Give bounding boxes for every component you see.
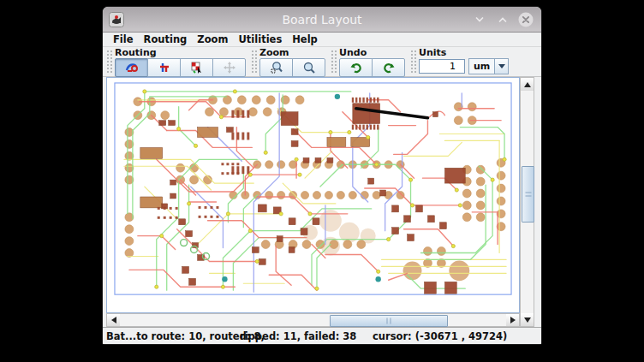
autoroute-button[interactable] bbox=[115, 58, 148, 77]
toolbar-grip[interactable] bbox=[331, 50, 337, 74]
scroll-up-button[interactable] bbox=[521, 78, 534, 91]
app-window: Board Layout bbox=[103, 7, 541, 344]
combo-arrow-button[interactable] bbox=[494, 59, 508, 74]
move-icon bbox=[223, 61, 236, 74]
thumb-ridge bbox=[525, 193, 531, 197]
routing-group-label: Routing bbox=[115, 48, 246, 58]
board-viewport[interactable] bbox=[106, 77, 520, 313]
triangle-right-icon bbox=[510, 317, 516, 323]
close-button[interactable] bbox=[517, 11, 534, 28]
horizontal-scroll-thumb[interactable] bbox=[330, 315, 448, 327]
minimize-button[interactable] bbox=[471, 11, 488, 28]
scroll-right-button[interactable] bbox=[506, 314, 519, 326]
triangle-up-icon bbox=[524, 82, 531, 87]
vertical-scrollbar[interactable] bbox=[520, 77, 534, 327]
units-value-input[interactable] bbox=[419, 59, 465, 74]
units-combobox[interactable]: um bbox=[468, 58, 509, 74]
triangle-down-icon bbox=[524, 317, 531, 323]
status-ripped-text: ripped: 11, failed: 38 bbox=[240, 330, 373, 342]
scroll-left-button[interactable] bbox=[107, 314, 120, 326]
redo-button[interactable] bbox=[372, 58, 405, 77]
select-region-button[interactable] bbox=[180, 58, 213, 77]
close-icon bbox=[517, 11, 534, 28]
horizontal-scrollbar[interactable] bbox=[106, 313, 520, 327]
autoroute-icon bbox=[125, 61, 139, 74]
move-button[interactable] bbox=[212, 58, 246, 77]
statusbar: Bat...to route: 10, routed: 8, ripped: 1… bbox=[103, 327, 541, 344]
toolbar-group-routing: Routing bbox=[106, 48, 246, 77]
triangle-left-icon bbox=[111, 317, 116, 323]
desktop-background: Board Layout bbox=[0, 0, 644, 362]
undo-icon bbox=[349, 61, 363, 74]
status-cursor-text: cursor: (-30671 , 49724) bbox=[373, 330, 507, 342]
titlebar[interactable]: Board Layout bbox=[103, 7, 541, 33]
chevron-up-icon bbox=[497, 14, 509, 26]
undo-group-label: Undo bbox=[339, 48, 405, 58]
menu-utilities[interactable]: Utilities bbox=[235, 33, 289, 45]
toolbar: Routing bbox=[103, 47, 541, 77]
pcb-canvas[interactable] bbox=[107, 78, 519, 312]
menu-routing[interactable]: Routing bbox=[140, 33, 194, 45]
dropdown-arrow-icon bbox=[498, 64, 505, 68]
zoom-region-icon bbox=[270, 61, 283, 74]
toolbar-grip[interactable] bbox=[251, 50, 257, 74]
units-group-label: Units bbox=[419, 48, 509, 58]
window-controls bbox=[471, 7, 534, 33]
zoom-region-button[interactable] bbox=[259, 58, 293, 77]
menubar: File Routing Zoom Utilities Help bbox=[103, 33, 541, 47]
select-region-icon bbox=[190, 61, 204, 74]
toolbar-group-units: Units um bbox=[410, 48, 509, 74]
menu-help[interactable]: Help bbox=[289, 33, 325, 45]
undo-button[interactable] bbox=[339, 58, 373, 77]
menu-file[interactable]: File bbox=[110, 33, 140, 45]
zoom-group-label: Zoom bbox=[259, 48, 325, 58]
route-tracks-button[interactable] bbox=[147, 58, 181, 77]
redo-icon bbox=[382, 61, 396, 74]
maximize-button[interactable] bbox=[494, 11, 511, 28]
toolbar-grip[interactable] bbox=[106, 50, 112, 74]
route-tracks-icon bbox=[158, 61, 171, 74]
toolbar-group-undo: Undo bbox=[331, 48, 405, 77]
units-selected-value: um bbox=[469, 61, 494, 72]
thumb-ridge bbox=[387, 318, 391, 324]
vertical-scroll-thumb[interactable] bbox=[522, 166, 534, 223]
scroll-down-button[interactable] bbox=[521, 313, 534, 326]
zoom-out-button[interactable] bbox=[292, 58, 325, 77]
status-batch-text: Bat...to route: 10, routed: 8, bbox=[106, 330, 240, 342]
toolbar-grip[interactable] bbox=[410, 50, 416, 74]
chevron-down-icon bbox=[474, 14, 486, 26]
menu-zoom[interactable]: Zoom bbox=[194, 33, 235, 45]
zoom-out-icon bbox=[302, 61, 316, 74]
toolbar-group-zoom: Zoom bbox=[251, 48, 325, 77]
